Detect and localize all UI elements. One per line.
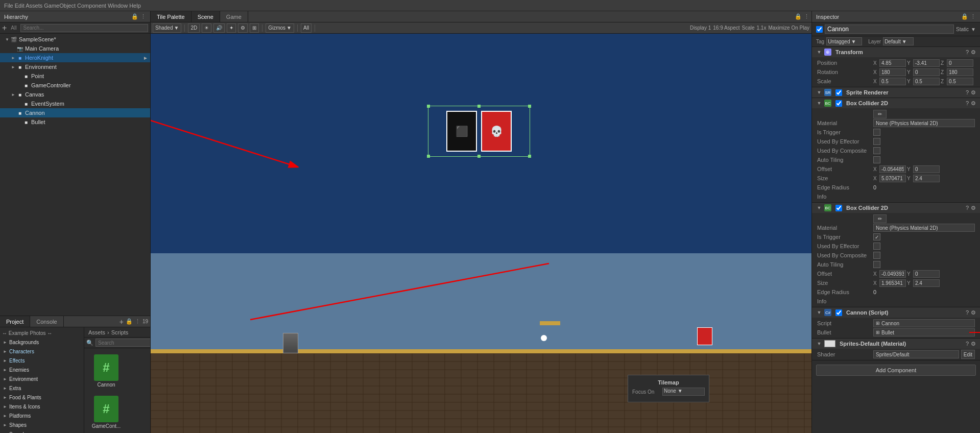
project-tree-item-items-icons[interactable]: ► Items & Icons (0, 402, 84, 411)
used-composite-1-checkbox[interactable] (873, 147, 880, 154)
tree-item-eventsystem[interactable]: ■ EventSystem (0, 99, 150, 108)
project-tree-item-backgrounds[interactable]: ► Backgrounds (0, 338, 84, 347)
fx-btn[interactable]: ✦ (227, 23, 236, 33)
project-menu-icon[interactable]: ⋮ (135, 318, 140, 325)
sprite-renderer-header[interactable]: ▼ SR Sprite Renderer ? ⚙ (812, 87, 980, 98)
tree-item-bullet[interactable]: ■ Bullet (0, 117, 150, 127)
rot-z-input[interactable] (947, 68, 973, 76)
box-col-2-help[interactable]: ? (966, 205, 969, 211)
tree-item-point[interactable]: ■ Point (0, 71, 150, 81)
lighting-btn[interactable]: ☀ (202, 23, 211, 33)
offset-1-y-input[interactable] (913, 165, 940, 173)
tree-item-maincamera[interactable]: 📷 Main Camera (0, 44, 150, 53)
pos-z-input[interactable] (947, 59, 973, 67)
sprite-renderer-settings[interactable]: ⚙ (971, 89, 976, 96)
project-tree-item-environment[interactable]: ► Environment (0, 374, 84, 383)
edit-collider-1-btn[interactable]: ✏ (873, 110, 887, 118)
all-layers-btn[interactable]: All (301, 23, 312, 33)
tree-item-canvas[interactable]: ► ■ Canvas (0, 90, 150, 99)
tree-item-heroknight[interactable]: ► ■ HeroKnight ► (0, 53, 150, 62)
project-tree-item-shapes[interactable]: ► Shapes (0, 420, 84, 429)
hierarchy-lock-icon[interactable]: 🔒 (131, 13, 138, 20)
static-dropdown-arrow[interactable]: ▼ (971, 27, 976, 32)
size-1-x-input[interactable] (879, 175, 906, 182)
cannon-script-settings[interactable]: ⚙ (971, 309, 976, 316)
inspector-menu-icon[interactable]: ⋮ (970, 13, 976, 20)
bullet-value[interactable]: ⊞ Bullet (873, 328, 975, 336)
auto-tiling-2-checkbox[interactable] (873, 261, 880, 268)
auto-tiling-1-checkbox[interactable] (873, 156, 880, 163)
file-item-cannon[interactable]: Cannon (88, 352, 124, 390)
box-collider-1-header[interactable]: ▼ BC Box Collider 2D ? ⚙ (812, 98, 980, 108)
grid-btn[interactable]: ⊞ (250, 23, 259, 33)
rot-x-input[interactable] (879, 68, 906, 76)
used-composite-2-checkbox[interactable] (873, 252, 880, 259)
material-header[interactable]: ▼ Sprites-Default (Material) ? ⚙ (812, 339, 980, 349)
scale-x-input[interactable] (879, 78, 906, 85)
object-name-input[interactable] (825, 25, 954, 34)
project-search-input[interactable] (95, 339, 150, 347)
add-component-btn[interactable]: Add Component (816, 365, 976, 376)
sprite-renderer-toggle[interactable] (835, 89, 842, 96)
offset-2-y-input[interactable] (913, 270, 940, 278)
project-tree-item-effects[interactable]: ► Effects (0, 356, 84, 365)
edit-collider-2-btn[interactable]: ✏ (873, 214, 887, 223)
rot-y-input[interactable] (913, 68, 940, 76)
tag-dropdown[interactable]: Untagged ▼ (826, 37, 862, 45)
used-effector-2-checkbox[interactable] (873, 243, 880, 250)
transform-help-icon[interactable]: ? (966, 49, 969, 56)
scene-menu-icon[interactable]: ⋮ (804, 13, 809, 20)
scene-lock-icon[interactable]: 🔒 (795, 13, 802, 20)
sprite-renderer-help[interactable]: ? (966, 89, 969, 96)
pos-y-input[interactable] (913, 59, 940, 67)
transform-header[interactable]: ▼ ⊕ Transform ? ⚙ (812, 47, 980, 57)
transform-settings-icon[interactable]: ⚙ (971, 49, 976, 56)
project-tree-item-sounds[interactable]: ► Sounds (0, 429, 84, 433)
tree-item-gamecontroller[interactable]: ■ GameController (0, 81, 150, 90)
layer-dropdown[interactable]: Default ▼ (883, 37, 914, 45)
hierarchy-menu-icon[interactable]: ⋮ (140, 13, 146, 20)
mode-2d-btn[interactable]: 2D (188, 23, 200, 33)
script-value[interactable]: ⊞ Cannon (873, 319, 975, 327)
material-help[interactable]: ? (966, 341, 969, 347)
box-col-1-settings[interactable]: ⚙ (971, 100, 976, 107)
material-1-value[interactable]: None (Physics Material 2D) (873, 119, 975, 127)
object-enabled-checkbox[interactable] (816, 26, 823, 33)
box-col-1-help[interactable]: ? (966, 100, 969, 107)
used-effector-1-checkbox[interactable] (873, 138, 880, 145)
material-2-value[interactable]: None (Physics Material 2D) (873, 224, 975, 232)
project-lock-icon[interactable]: 🔒 (126, 318, 133, 325)
tab-project[interactable]: Project (0, 316, 30, 327)
cannon-script-header[interactable]: ▼ C# Cannon (Script) ? ⚙ (812, 307, 980, 318)
inspector-lock-icon[interactable]: 🔒 (961, 13, 968, 20)
file-item-gamecont[interactable]: GameCont... (88, 394, 124, 431)
cannon-script-help[interactable]: ? (966, 309, 969, 316)
size-2-y-input[interactable] (913, 279, 940, 287)
project-tree-item-extra[interactable]: ► Extra (0, 383, 84, 393)
tree-item-cannon[interactable]: ■ Cannon (0, 108, 150, 117)
cannon-script-toggle[interactable] (835, 309, 842, 316)
hierarchy-add-btn[interactable]: + (2, 24, 7, 32)
project-tree-item-enemies[interactable]: ► Enemies (0, 365, 84, 374)
scene-options-btn[interactable]: ⚙ (238, 23, 248, 33)
project-tree-item-food-plants[interactable]: ► Food & Plants (0, 393, 84, 402)
is-trigger-2-checkbox[interactable] (873, 233, 880, 240)
project-tree-item-example[interactable]: ↔ Example Photos ↔ (0, 328, 84, 338)
tab-console[interactable]: Console (30, 316, 63, 327)
gizmos-btn[interactable]: Gizmos ▼ (266, 23, 294, 33)
pos-x-input[interactable] (879, 59, 906, 67)
box-collider-2-header[interactable]: ▼ BC Box Collider 2D ? ⚙ (812, 203, 980, 213)
offset-2-x-input[interactable] (879, 270, 906, 278)
tab-scene[interactable]: Scene (192, 11, 220, 22)
size-2-x-input[interactable] (879, 279, 906, 287)
tilemap-focus-dropdown[interactable]: None ▼ (662, 388, 705, 396)
shader-edit-btn[interactable]: Edit (961, 350, 975, 359)
material-settings[interactable]: ⚙ (971, 341, 976, 347)
project-tree-item-characters[interactable]: ► Characters (0, 347, 84, 356)
project-tree-item-platforms[interactable]: ► Platforms (0, 411, 84, 420)
tree-item-samplescene[interactable]: ▼ 🎬 SampleScene* (0, 35, 150, 44)
hierarchy-search-input[interactable] (20, 24, 148, 32)
project-add-btn[interactable]: + (119, 318, 124, 326)
is-trigger-1-checkbox[interactable] (873, 129, 880, 136)
scale-z-input[interactable] (947, 78, 973, 85)
